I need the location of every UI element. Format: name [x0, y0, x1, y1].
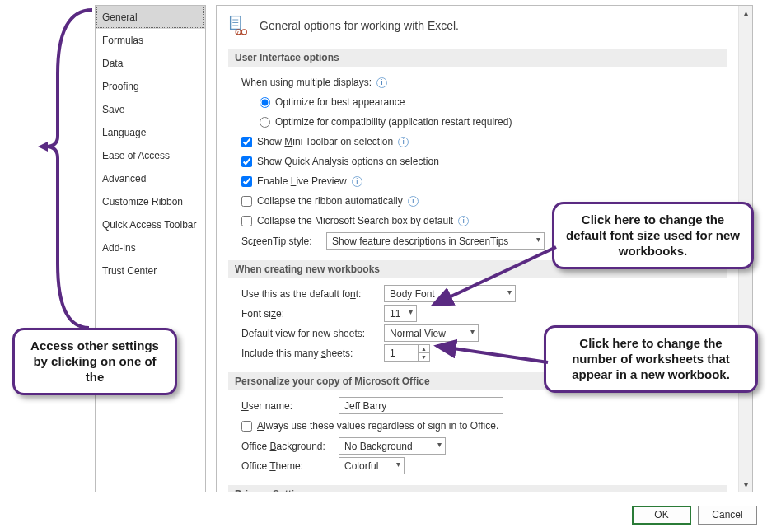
page-title: General options for working with Excel.: [260, 19, 459, 32]
ok-button[interactable]: OK: [632, 506, 691, 525]
default-font-dropdown[interactable]: Body Font: [384, 285, 516, 302]
optimize-compat-label: Optimize for compatibility (application …: [275, 116, 512, 128]
username-input[interactable]: Jeff Barry: [339, 397, 503, 414]
font-size-label: Font size:: [241, 308, 377, 320]
page-header: General options for working with Excel.: [228, 14, 727, 37]
callout-font-size: Click here to change the default font si…: [552, 202, 754, 269]
screentip-style-dropdown[interactable]: Show feature descriptions in ScreenTips: [326, 232, 545, 250]
info-icon[interactable]: i: [408, 196, 419, 207]
always-use-values-label: Always use these values regardless of si…: [257, 420, 498, 432]
dialog-button-bar: OK Cancel: [0, 497, 767, 532]
callout-access-other-settings: Access other settings by clicking on one…: [12, 328, 177, 395]
spinner-down-icon[interactable]: ▼: [419, 353, 429, 361]
scrollbar-down-button[interactable]: ▾: [739, 478, 752, 492]
office-background-label: Office Background:: [241, 441, 332, 452]
optimize-best-label: Optimize for best appearance: [275, 96, 405, 108]
default-view-label: Default view for new sheets:: [241, 328, 377, 339]
sidebar-item-data[interactable]: Data: [96, 52, 205, 75]
sidebar-item-formulas[interactable]: Formulas: [96, 29, 205, 52]
font-size-dropdown[interactable]: 11: [384, 305, 417, 322]
callout-sheets-count: Click here to change the number of works…: [544, 325, 758, 393]
options-category-sidebar: General Formulas Data Proofing Save Lang…: [95, 5, 206, 492]
office-theme-dropdown[interactable]: Colorful: [339, 457, 405, 474]
sidebar-item-customize-ribbon[interactable]: Customize Ribbon: [96, 190, 205, 213]
section-privacy: Privacy Settings: [228, 485, 727, 492]
default-font-label: Use this as the default font:: [241, 288, 377, 300]
info-icon[interactable]: i: [458, 216, 469, 226]
sheets-count-label: Include this many sheets:: [241, 348, 377, 359]
live-preview-checkbox[interactable]: [241, 176, 252, 187]
live-preview-label: Enable Live Preview: [257, 175, 347, 187]
section-ui-options: User Interface options: [228, 49, 727, 67]
quick-analysis-label: Show Quick Analysis options on selection: [257, 156, 439, 167]
sheets-count-value: 1: [390, 348, 395, 359]
sidebar-item-quick-access-toolbar[interactable]: Quick Access Toolbar: [96, 213, 205, 236]
default-view-dropdown[interactable]: Normal View: [384, 324, 479, 342]
quick-analysis-checkbox[interactable]: [241, 156, 252, 167]
info-icon[interactable]: i: [398, 137, 409, 147]
collapse-ribbon-label: Collapse the ribbon automatically: [257, 195, 403, 207]
sidebar-item-proofing[interactable]: Proofing: [96, 75, 205, 98]
collapse-ribbon-checkbox[interactable]: [241, 196, 252, 207]
scrollbar-up-button[interactable]: ▴: [739, 6, 752, 20]
screentip-label: ScreenTip style:: [241, 236, 320, 247]
sheets-count-spinner[interactable]: 1 ▲▼: [384, 344, 430, 362]
sidebar-item-add-ins[interactable]: Add-ins: [96, 236, 205, 259]
spinner-up-icon[interactable]: ▲: [419, 345, 429, 353]
svg-point-5: [241, 30, 246, 35]
info-icon[interactable]: i: [352, 176, 362, 187]
cancel-button[interactable]: Cancel: [698, 506, 757, 525]
sidebar-item-general[interactable]: General: [96, 6, 205, 29]
optimize-compat-radio[interactable]: [260, 117, 270, 128]
office-background-dropdown[interactable]: No Background: [339, 437, 446, 455]
general-options-icon: [228, 14, 251, 37]
sidebar-item-language[interactable]: Language: [96, 121, 205, 144]
info-icon[interactable]: i: [376, 77, 387, 88]
sidebar-item-trust-center[interactable]: Trust Center: [96, 259, 205, 282]
sidebar-item-advanced[interactable]: Advanced: [96, 167, 205, 190]
always-use-values-checkbox[interactable]: [241, 421, 252, 432]
optimize-best-radio[interactable]: [260, 97, 270, 108]
collapse-search-label: Collapse the Microsoft Search box by def…: [257, 215, 453, 226]
mini-toolbar-label: Show Mini Toolbar on selection: [257, 136, 393, 147]
mini-toolbar-checkbox[interactable]: [241, 137, 252, 147]
displays-label: When using multiple displays:: [241, 77, 372, 88]
office-theme-label: Office Theme:: [241, 460, 332, 472]
sidebar-item-ease-of-access[interactable]: Ease of Access: [96, 144, 205, 167]
username-label: User name:: [241, 400, 332, 412]
sidebar-item-save[interactable]: Save: [96, 98, 205, 121]
collapse-search-checkbox[interactable]: [241, 216, 252, 226]
